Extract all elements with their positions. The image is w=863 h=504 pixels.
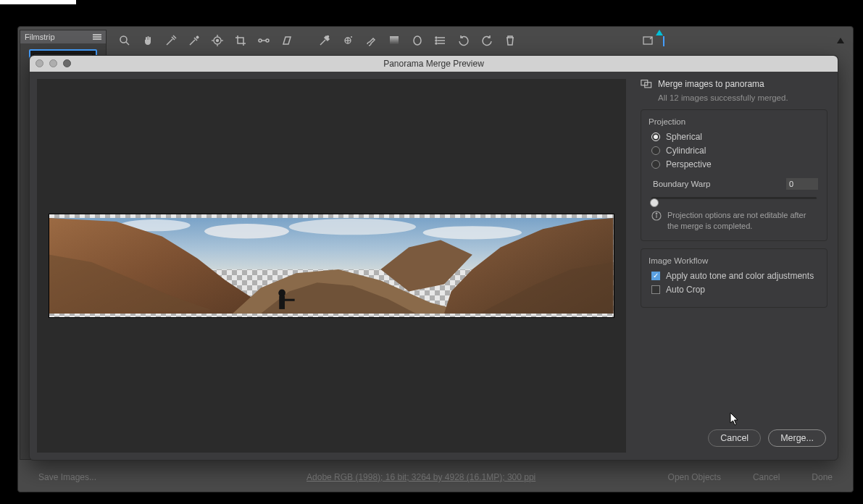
radio-spherical[interactable]: Spherical: [651, 132, 820, 142]
boundary-warp-slider[interactable]: Boundary Warp 0: [649, 178, 820, 203]
radio-label: Perspective: [666, 159, 712, 169]
workflow-group: Image Workflow Apply auto tone and color…: [641, 248, 827, 308]
filmstrip-header[interactable]: Filmstrip: [20, 30, 106, 43]
crop-tool-icon[interactable]: [234, 34, 247, 47]
workflow-options-link[interactable]: Adobe RGB (1998); 16 bit; 3264 by 4928 (…: [307, 472, 535, 482]
svg-point-31: [279, 289, 286, 296]
checkbox-auto-tone[interactable]: Apply auto tone and color adjustments: [651, 271, 820, 281]
close-icon[interactable]: [36, 59, 43, 67]
radio-perspective[interactable]: Perspective: [651, 159, 820, 169]
info-icon: [651, 211, 662, 221]
projection-group: Projection Spherical Cylindrical Perspec…: [641, 109, 827, 241]
svg-point-2: [196, 36, 198, 38]
svg-point-24: [435, 43, 437, 44]
hand-tool-icon[interactable]: [141, 34, 154, 47]
open-objects-button[interactable]: Open Objects: [661, 469, 728, 485]
panel-menu-icon[interactable]: [93, 33, 101, 41]
zoom-window-icon[interactable]: [63, 59, 71, 67]
radio-icon: [651, 160, 660, 169]
open-preferences-icon[interactable]: [641, 34, 654, 47]
footer-cancel-button[interactable]: Cancel: [746, 469, 787, 485]
toolbar: [112, 30, 850, 51]
filmstrip-title: Filmstrip: [25, 33, 55, 41]
svg-point-10: [266, 39, 269, 42]
checkbox-icon: [651, 285, 660, 294]
svg-point-16: [351, 36, 352, 38]
window-controls[interactable]: [36, 59, 71, 67]
adjustment-brush-tool-icon[interactable]: [364, 34, 378, 47]
slider-track[interactable]: [651, 193, 817, 203]
svg-rect-32: [279, 296, 285, 309]
svg-point-29: [423, 226, 522, 239]
top-indicator: [0, 0, 76, 4]
projection-info: Projection options are not editable afte…: [649, 210, 820, 232]
slider-thumb-icon[interactable]: [650, 198, 659, 207]
footer-done-button[interactable]: Done: [804, 469, 840, 485]
trash-icon[interactable]: [504, 34, 517, 47]
svg-point-38: [656, 213, 657, 214]
cancel-button[interactable]: Cancel: [708, 429, 761, 447]
white-balance-tool-icon[interactable]: [164, 34, 178, 47]
boundary-warp-label: Boundary Warp: [653, 180, 710, 188]
svg-point-4: [217, 40, 219, 42]
checkbox-label: Auto Crop: [666, 285, 705, 295]
svg-point-27: [204, 224, 289, 238]
spot-removal-tool-icon[interactable]: [318, 34, 331, 47]
radial-filter-tool-icon[interactable]: [411, 34, 424, 47]
radio-icon: [651, 133, 660, 141]
svg-point-0: [120, 36, 127, 43]
svg-point-18: [414, 36, 421, 45]
checkbox-icon: [651, 272, 660, 280]
straighten-tool-icon[interactable]: [257, 34, 270, 47]
svg-point-12: [328, 36, 329, 38]
svg-point-28: [289, 219, 416, 235]
rotate-cw-icon[interactable]: [480, 34, 493, 47]
info-text: Projection options are not editable afte…: [667, 210, 817, 232]
svg-point-22: [435, 37, 437, 38]
merge-button[interactable]: Merge...: [768, 429, 826, 447]
panel-header: Merge images to panorama: [641, 79, 827, 89]
list-tool-icon[interactable]: [434, 34, 447, 47]
panorama-preview-image: [49, 214, 614, 318]
radio-label: Spherical: [666, 132, 702, 142]
checkbox-auto-crop[interactable]: Auto Crop: [651, 285, 820, 295]
save-images-button[interactable]: Save Images...: [31, 469, 104, 485]
zoom-tool-icon[interactable]: [118, 34, 131, 47]
radio-cylindrical[interactable]: Cylindrical: [651, 146, 820, 156]
projection-title: Projection: [649, 117, 820, 126]
panorama-merge-dialog: Panorama Merge Preview: [29, 55, 838, 461]
svg-rect-33: [285, 299, 295, 301]
panel-collapse-icon[interactable]: [837, 38, 844, 43]
svg-line-1: [126, 42, 129, 45]
workflow-title: Image Workflow: [649, 256, 820, 265]
panel-title: Merge images to panorama: [658, 79, 764, 89]
checkbox-label: Apply auto tone and color adjustments: [666, 271, 814, 281]
svg-point-9: [259, 39, 262, 42]
preview-area[interactable]: [37, 79, 626, 453]
graduated-filter-tool-icon[interactable]: [388, 34, 401, 47]
rotate-ccw-icon[interactable]: [457, 34, 470, 47]
color-sampler-tool-icon[interactable]: [188, 34, 201, 47]
svg-rect-17: [390, 36, 399, 45]
merge-status: All 12 images successfully merged.: [658, 93, 827, 102]
dialog-titlebar[interactable]: Panorama Merge Preview: [30, 56, 838, 72]
redeye-tool-icon[interactable]: [341, 34, 354, 47]
panorama-icon: [641, 79, 652, 89]
radio-icon: [651, 146, 660, 155]
footer-bar: Save Images... Adobe RGB (1998); 16 bit;…: [18, 463, 853, 492]
radio-label: Cylindrical: [666, 146, 706, 156]
dialog-title: Panorama Merge Preview: [383, 59, 484, 69]
svg-point-23: [435, 40, 437, 41]
boundary-warp-field[interactable]: 0: [786, 178, 818, 190]
target-adjust-tool-icon[interactable]: [211, 34, 224, 47]
options-panel: Merge images to panorama All 12 images s…: [633, 72, 838, 460]
transform-tool-icon[interactable]: [280, 34, 293, 47]
minimize-icon[interactable]: [49, 59, 57, 67]
